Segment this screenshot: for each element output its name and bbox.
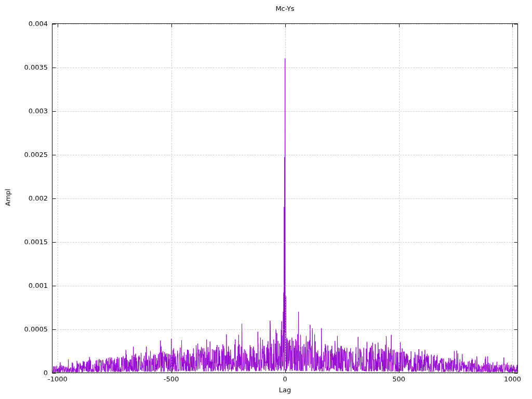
x-axis-title: Lag <box>52 386 518 394</box>
correlation-plot-canvas <box>0 0 532 399</box>
y-tick-label: 0.0035 <box>0 63 48 72</box>
chart-title: Mc-Ys <box>52 5 518 13</box>
y-tick-label: 0.003 <box>0 107 48 115</box>
x-tick-label: -1000 <box>34 375 81 383</box>
y-tick-label: 0.004 <box>0 20 48 28</box>
y-tick-label: 0.001 <box>0 282 48 290</box>
y-tick-label: 0.0025 <box>0 151 48 159</box>
y-tick-label: 0.0005 <box>0 325 48 334</box>
gnuplot-figure: Mc-Ys Ampl Lag 00.00050.0010.00150.0020.… <box>0 0 532 399</box>
x-tick-label: -500 <box>148 375 195 383</box>
x-tick-label: 1000 <box>489 375 532 383</box>
x-tick-label: 500 <box>376 375 422 383</box>
x-tick-label: 0 <box>262 375 309 383</box>
y-tick-label: 0.0015 <box>0 238 48 246</box>
y-tick-label: 0.002 <box>0 194 48 203</box>
